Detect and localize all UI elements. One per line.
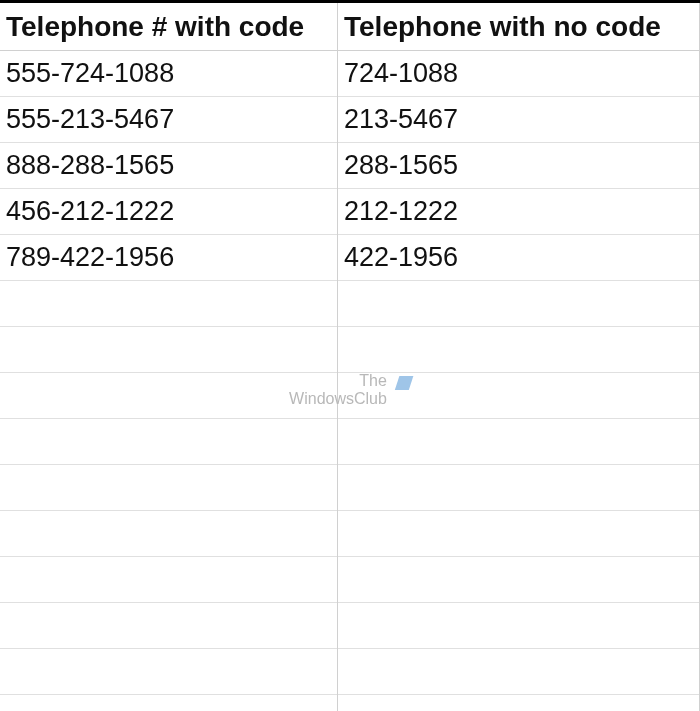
empty-cell[interactable] xyxy=(0,557,337,603)
empty-cell[interactable] xyxy=(0,281,337,327)
cell-no-code[interactable]: 212-1222 xyxy=(338,189,699,235)
empty-cell[interactable] xyxy=(338,281,699,327)
empty-cell[interactable] xyxy=(338,603,699,649)
cell-no-code[interactable]: 724-1088 xyxy=(338,51,699,97)
spreadsheet-grid: Telephone # with code 555-724-1088555-21… xyxy=(0,0,700,711)
column-with-code: Telephone # with code 555-724-1088555-21… xyxy=(0,3,338,711)
empty-cell[interactable] xyxy=(338,649,699,695)
cell-with-code[interactable]: 555-213-5467 xyxy=(0,97,337,143)
empty-cell[interactable] xyxy=(338,557,699,603)
empty-cell[interactable] xyxy=(338,419,699,465)
empty-cell[interactable] xyxy=(0,511,337,557)
cell-no-code[interactable]: 422-1956 xyxy=(338,235,699,281)
empty-cell[interactable] xyxy=(338,465,699,511)
cell-no-code[interactable]: 288-1565 xyxy=(338,143,699,189)
cell-no-code[interactable]: 213-5467 xyxy=(338,97,699,143)
empty-cell[interactable] xyxy=(0,327,337,373)
empty-cell[interactable] xyxy=(0,373,337,419)
cell-with-code[interactable]: 789-422-1956 xyxy=(0,235,337,281)
empty-cell[interactable] xyxy=(338,511,699,557)
cell-with-code[interactable]: 456-212-1222 xyxy=(0,189,337,235)
header-no-code[interactable]: Telephone with no code xyxy=(338,3,699,51)
empty-cell[interactable] xyxy=(0,603,337,649)
cell-with-code[interactable]: 555-724-1088 xyxy=(0,51,337,97)
empty-cell[interactable] xyxy=(0,419,337,465)
empty-cell[interactable] xyxy=(0,465,337,511)
header-with-code[interactable]: Telephone # with code xyxy=(0,3,337,51)
cell-with-code[interactable]: 888-288-1565 xyxy=(0,143,337,189)
empty-cell[interactable] xyxy=(338,373,699,419)
empty-cell[interactable] xyxy=(338,327,699,373)
column-no-code: Telephone with no code 724-1088213-54672… xyxy=(338,3,700,711)
empty-cell[interactable] xyxy=(0,649,337,695)
